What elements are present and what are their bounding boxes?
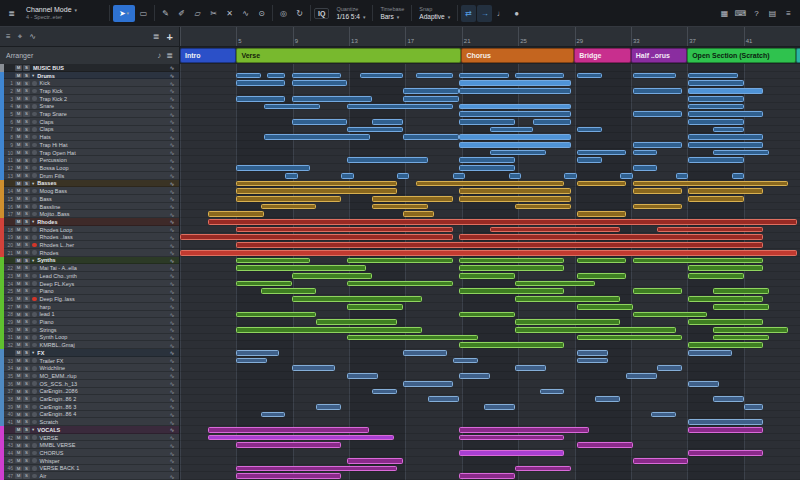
- track-lane[interactable]: [180, 434, 800, 442]
- audio-clip[interactable]: [459, 104, 571, 110]
- mixer-view-button[interactable]: ▤: [765, 5, 780, 22]
- audio-clip[interactable]: [713, 396, 744, 402]
- audio-clip[interactable]: [490, 127, 533, 133]
- audio-clip[interactable]: [341, 173, 353, 179]
- mute-button[interactable]: M: [15, 211, 22, 217]
- audio-clip[interactable]: [515, 466, 571, 472]
- audio-clip[interactable]: [688, 188, 762, 194]
- audio-clip[interactable]: [459, 427, 589, 433]
- track-lane[interactable]: [180, 303, 800, 311]
- track-header-22[interactable]: 22MSMai Tai - A..ella∿: [0, 264, 179, 272]
- audio-clip[interactable]: [688, 157, 744, 163]
- track-lane[interactable]: [180, 226, 800, 234]
- track-lane[interactable]: [180, 326, 800, 334]
- track-lane[interactable]: [180, 187, 800, 195]
- record-arm-button[interactable]: [32, 212, 37, 217]
- group-header-synths[interactable]: MS▾Synths∿: [0, 257, 179, 265]
- record-arm-button[interactable]: [32, 235, 37, 240]
- audio-clip[interactable]: [688, 104, 744, 110]
- audio-clip[interactable]: [577, 73, 602, 79]
- mute-button[interactable]: M: [15, 443, 22, 449]
- track-lane[interactable]: [180, 233, 800, 241]
- audio-clip[interactable]: [577, 150, 627, 156]
- mute-button[interactable]: M: [15, 111, 22, 117]
- track-lane[interactable]: [180, 318, 800, 326]
- track-header-19[interactable]: 19MSRhodes ..lass∿: [0, 233, 179, 241]
- track-header-36[interactable]: 36MSOS_SCS..h_13∿: [0, 380, 179, 388]
- audio-clip[interactable]: [347, 258, 452, 264]
- record-arm-button[interactable]: [32, 197, 37, 202]
- track-header-26[interactable]: 26MSDeep Flg..lass∿: [0, 295, 179, 303]
- track-header-6[interactable]: 6MSClaps∿: [0, 118, 179, 126]
- track-header-40[interactable]: 40MSCarEngin..86 4∿: [0, 411, 179, 419]
- audio-clip[interactable]: [459, 435, 564, 441]
- arranger-section-bridge[interactable]: Bridge: [574, 48, 630, 63]
- audio-clip[interactable]: [688, 319, 762, 325]
- track-lane[interactable]: [180, 295, 800, 303]
- arranger-section-verse[interactable]: Verse: [236, 48, 461, 63]
- record-arm-button[interactable]: [32, 343, 37, 348]
- audio-clip[interactable]: [236, 80, 286, 86]
- audio-clip[interactable]: [515, 327, 676, 333]
- keyboard-button[interactable]: ⌨: [733, 5, 748, 22]
- solo-button[interactable]: S: [23, 296, 30, 302]
- snap-selector[interactable]: Snap Adaptive▾: [415, 6, 454, 20]
- pencil-tool-button[interactable]: ✎: [158, 5, 173, 22]
- audio-clip[interactable]: [577, 211, 627, 217]
- audio-clip[interactable]: [577, 273, 627, 279]
- mute-button[interactable]: M: [15, 142, 22, 148]
- audio-clip[interactable]: [744, 404, 763, 410]
- group-header-basses[interactable]: MS▾Basses∿: [0, 180, 179, 188]
- audio-clip[interactable]: [236, 312, 317, 318]
- record-arm-button[interactable]: [32, 173, 37, 178]
- solo-button[interactable]: S: [23, 419, 30, 425]
- track-lane[interactable]: [180, 311, 800, 319]
- track-menu-icon[interactable]: ≡: [6, 32, 11, 41]
- follow-playhead-button[interactable]: →: [477, 5, 492, 22]
- audio-clip[interactable]: [264, 134, 369, 140]
- track-header-7[interactable]: 7MSClaps∿: [0, 126, 179, 134]
- audio-clip[interactable]: [236, 281, 292, 287]
- solo-button[interactable]: S: [23, 281, 30, 287]
- track-header-21[interactable]: 21MSRhodes∿: [0, 249, 179, 257]
- track-lane[interactable]: [180, 172, 800, 180]
- track-lane[interactable]: [180, 218, 800, 226]
- audio-clip[interactable]: [595, 396, 620, 402]
- record-arm-button[interactable]: [32, 304, 37, 309]
- audio-clip[interactable]: [292, 80, 348, 86]
- record-arm-button[interactable]: [32, 120, 37, 125]
- audio-clip[interactable]: [633, 258, 763, 264]
- audio-clip[interactable]: [459, 157, 515, 163]
- audio-clip[interactable]: [620, 173, 632, 179]
- solo-button[interactable]: S: [23, 173, 30, 179]
- solo-button[interactable]: S: [23, 211, 30, 217]
- mute-button[interactable]: M: [15, 250, 22, 256]
- track-lane[interactable]: [180, 364, 800, 372]
- audio-clip[interactable]: [713, 335, 769, 341]
- solo-button[interactable]: S: [23, 319, 30, 325]
- audio-clip[interactable]: [459, 265, 564, 271]
- track-lane[interactable]: [180, 195, 800, 203]
- audio-clip[interactable]: [484, 404, 515, 410]
- audio-clip[interactable]: [577, 304, 633, 310]
- audio-clip[interactable]: [688, 419, 762, 425]
- audio-clip[interactable]: [459, 134, 571, 140]
- mute-button[interactable]: M: [15, 419, 22, 425]
- audio-clip[interactable]: [515, 319, 620, 325]
- collapse-caret-icon[interactable]: ▾: [32, 73, 34, 78]
- audio-clip[interactable]: [713, 327, 787, 333]
- browser-view-button[interactable]: ≡: [781, 5, 796, 22]
- track-header-15[interactable]: 15MSBass∿: [0, 195, 179, 203]
- audio-clip[interactable]: [688, 73, 738, 79]
- audio-clip[interactable]: [459, 196, 571, 202]
- mute-button[interactable]: M: [15, 104, 22, 110]
- record-arm-button[interactable]: [32, 250, 37, 255]
- solo-button[interactable]: S: [23, 304, 30, 310]
- record-arm-button[interactable]: [32, 274, 37, 279]
- audio-clip[interactable]: [180, 250, 797, 256]
- track-lane[interactable]: [180, 372, 800, 380]
- track-header-24[interactable]: 24MSDeep FL.Keys∿: [0, 280, 179, 288]
- mute-button[interactable]: M: [15, 281, 22, 287]
- solo-button[interactable]: S: [23, 312, 30, 318]
- track-header-3[interactable]: 3MSTrap Kick 2∿: [0, 95, 179, 103]
